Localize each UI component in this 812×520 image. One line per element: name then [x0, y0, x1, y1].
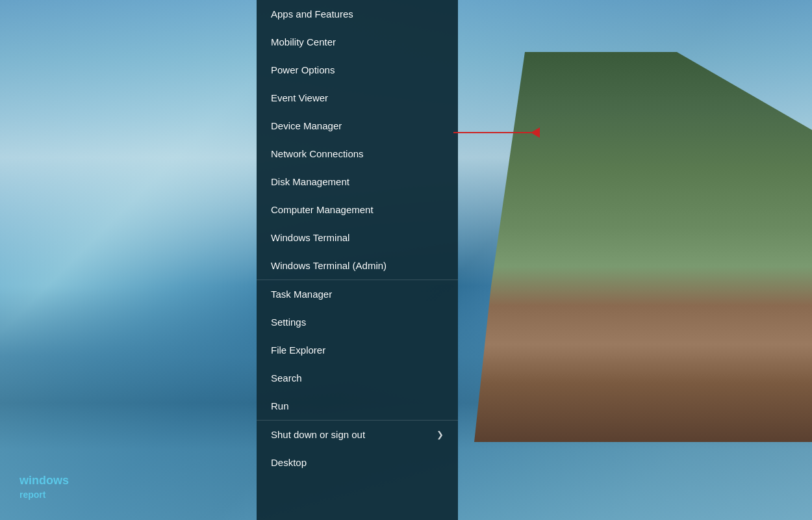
menu-item-apps-features[interactable]: Apps and Features: [257, 0, 458, 28]
menu-item-windows-terminal-admin[interactable]: Windows Terminal (Admin): [257, 252, 458, 280]
menu-item-computer-management[interactable]: Computer Management: [257, 196, 458, 224]
menu-item-run[interactable]: Run: [257, 392, 458, 420]
chevron-icon-shut-down-sign-out: ❯: [437, 430, 444, 439]
menu-item-disk-management[interactable]: Disk Management: [257, 168, 458, 196]
menu-item-power-options[interactable]: Power Options: [257, 56, 458, 84]
menu-item-label-disk-management: Disk Management: [271, 176, 349, 187]
menu-item-label-desktop: Desktop: [271, 457, 307, 468]
menu-item-label-device-manager: Device Manager: [271, 120, 342, 131]
menu-item-network-connections[interactable]: Network Connections: [257, 140, 458, 168]
menu-item-settings[interactable]: Settings: [257, 308, 458, 336]
menu-item-label-windows-terminal: Windows Terminal: [271, 232, 349, 243]
rock-formation: [474, 52, 812, 442]
menu-item-desktop[interactable]: Desktop: [257, 448, 458, 476]
menu-item-device-manager[interactable]: Device Manager: [257, 112, 458, 140]
menu-item-search[interactable]: Search: [257, 364, 458, 392]
menu-item-label-computer-management: Computer Management: [271, 204, 374, 215]
menu-item-label-event-viewer: Event Viewer: [271, 92, 328, 103]
menu-item-event-viewer[interactable]: Event Viewer: [257, 84, 458, 112]
menu-item-label-settings: Settings: [271, 317, 306, 328]
menu-item-label-power-options: Power Options: [271, 64, 335, 75]
menu-item-label-shut-down-sign-out: Shut down or sign out: [271, 429, 365, 440]
context-menu: Apps and FeaturesMobility CenterPower Op…: [257, 0, 458, 520]
menu-item-label-task-manager: Task Manager: [271, 289, 332, 300]
menu-item-label-run: Run: [271, 400, 289, 411]
menu-item-label-search: Search: [271, 372, 302, 384]
logo-line2: report: [19, 489, 69, 500]
menu-item-label-network-connections: Network Connections: [271, 148, 364, 159]
menu-item-windows-terminal[interactable]: Windows Terminal: [257, 224, 458, 252]
logo-line1: windows: [19, 473, 69, 488]
menu-item-shut-down-sign-out[interactable]: Shut down or sign out❯: [257, 420, 458, 448]
menu-item-label-file-explorer: File Explorer: [271, 344, 325, 356]
menu-item-file-explorer[interactable]: File Explorer: [257, 336, 458, 364]
menu-item-label-apps-features: Apps and Features: [271, 8, 353, 20]
menu-item-task-manager[interactable]: Task Manager: [257, 280, 458, 308]
menu-item-label-mobility-center: Mobility Center: [271, 36, 336, 47]
windows-report-logo: windows report: [19, 473, 69, 500]
menu-item-mobility-center[interactable]: Mobility Center: [257, 28, 458, 56]
menu-item-label-windows-terminal-admin: Windows Terminal (Admin): [271, 260, 387, 271]
